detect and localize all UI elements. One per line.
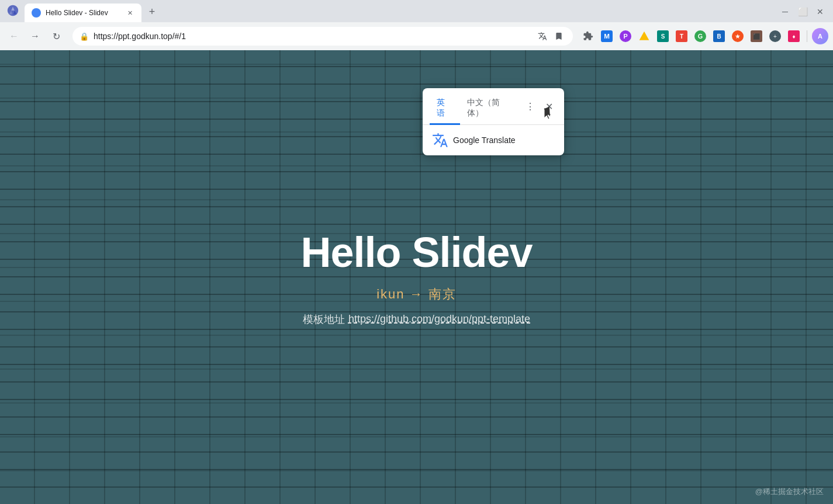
reload-button[interactable]: ↻ — [47, 27, 65, 46]
new-tab-button[interactable]: + — [144, 4, 160, 20]
google-translate-popup: 英语 中文（简体） ⋮ ✕ Google Translate — [423, 88, 564, 155]
ext-icon-11[interactable]: ♦ — [786, 28, 802, 44]
page-title: Hello Slidev — [300, 228, 532, 276]
translate-close-button[interactable]: ✕ — [541, 98, 557, 114]
page-link-row: 模板地址 https://github.com/godkun/ppt-templ… — [303, 312, 530, 326]
ext-icon-7[interactable]: B — [711, 28, 727, 44]
tab-title: Hello Slidev - Slidev — [46, 9, 120, 17]
ext-icon-4[interactable]: S — [655, 28, 671, 44]
svg-text:S: S — [661, 33, 665, 40]
ext-icon-8[interactable]: ★ — [730, 28, 746, 44]
svg-text:M: M — [604, 32, 610, 40]
google-translate-label: Google Translate — [453, 135, 516, 145]
tab-close-button[interactable]: ✕ — [125, 8, 134, 18]
browser-logo — [5, 2, 21, 19]
translate-tab-english[interactable]: 英语 — [430, 93, 460, 125]
svg-text:P: P — [623, 33, 627, 40]
translate-popup-header: 英语 中文（简体） ⋮ ✕ — [423, 88, 564, 125]
watermark: @稀土掘金技术社区 — [755, 486, 824, 497]
template-link[interactable]: https://github.com/godkun/ppt-template — [348, 313, 530, 325]
browser-frame: Hello Slidev - Slidev ✕ + ─ ⬜ ✕ ← → ↻ 🔒 … — [0, 0, 833, 504]
forward-button[interactable]: → — [26, 27, 44, 46]
svg-text:B: B — [717, 33, 721, 40]
bookmark-icon[interactable] — [552, 29, 566, 43]
svg-text:G: G — [698, 33, 703, 40]
page-main-content: Hello Slidev ikun → 南京 模板地址 https://gith… — [300, 228, 532, 326]
svg-text:+: + — [773, 33, 777, 40]
page-subtitle: ikun → 南京 — [376, 286, 457, 303]
extensions-button[interactable] — [580, 28, 596, 44]
ext-icon-2[interactable]: P — [617, 28, 634, 44]
translate-tab-chinese[interactable]: 中文（简体） — [460, 93, 523, 125]
tab-bar-right: ─ ⬜ ✕ — [777, 4, 828, 20]
ext-icon-5[interactable]: T — [673, 28, 690, 44]
nav-bar: ← → ↻ 🔒 https://ppt.godkun.top/#/1 — [0, 22, 833, 50]
translate-more-options[interactable]: ⋮ — [522, 98, 538, 114]
tab-favicon — [32, 8, 41, 18]
ext-icon-9[interactable]: ⬛ — [748, 28, 765, 44]
google-translate-logo — [432, 132, 448, 148]
browser-tab-active[interactable]: Hello Slidev - Slidev ✕ — [25, 4, 141, 22]
svg-point-0 — [33, 10, 39, 16]
svg-text:★: ★ — [735, 33, 741, 40]
link-label: 模板地址 — [303, 312, 345, 326]
address-bar[interactable]: 🔒 https://ppt.godkun.top/#/1 — [72, 27, 573, 46]
back-button[interactable]: ← — [5, 27, 23, 46]
tab-bar-minimize[interactable]: ─ — [777, 4, 793, 20]
webpage-content: Hello Slidev ikun → 南京 模板地址 https://gith… — [0, 50, 833, 504]
svg-text:♦: ♦ — [792, 33, 795, 40]
ssl-lock-icon: 🔒 — [80, 32, 89, 41]
toolbar-divider — [807, 30, 807, 42]
translate-popup-body: Google Translate — [423, 125, 564, 155]
tab-bar: Hello Slidev - Slidev ✕ + ─ ⬜ ✕ — [0, 0, 833, 22]
ext-icon-1[interactable]: M — [599, 28, 615, 44]
tab-bar-restore[interactable]: ⬜ — [794, 4, 811, 20]
url-text: https://ppt.godkun.top/#/1 — [94, 32, 531, 41]
profile-icon[interactable]: A — [812, 28, 828, 44]
tab-bar-close[interactable]: ✕ — [812, 4, 828, 20]
ext-icon-6[interactable]: G — [692, 28, 708, 44]
translate-header-icons: ⋮ ✕ — [522, 98, 557, 119]
ext-icon-10[interactable]: + — [767, 28, 783, 44]
svg-text:T: T — [680, 33, 683, 40]
translate-page-icon[interactable] — [535, 29, 549, 43]
ext-icon-3[interactable] — [636, 28, 652, 44]
nav-right-icons: M P S T G B ★ ⬛ — [580, 28, 828, 44]
svg-text:⬛: ⬛ — [753, 33, 761, 40]
svg-marker-5 — [640, 32, 649, 40]
